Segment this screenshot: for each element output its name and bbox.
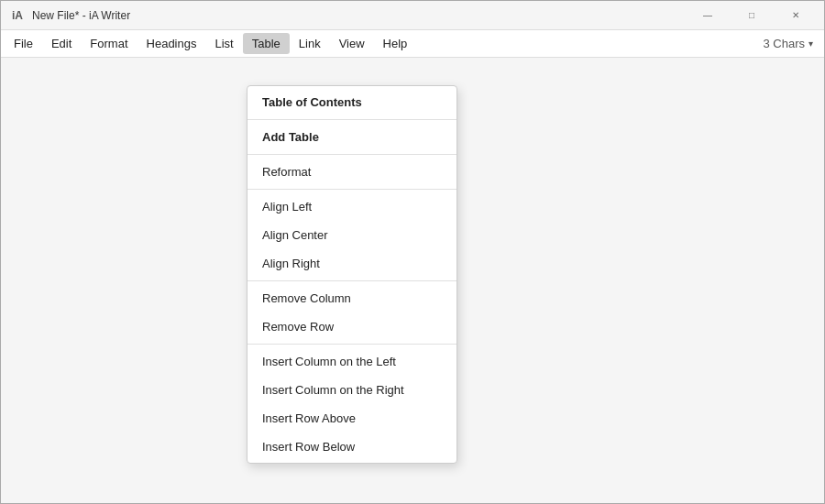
separator-5	[248, 344, 456, 345]
title-bar: iA New File* - iA Writer — □ ✕	[1, 1, 824, 30]
menu-item-format[interactable]: Format	[81, 33, 137, 54]
separator-1	[248, 119, 456, 120]
menu-insert-column-right[interactable]: Insert Column on the Right	[248, 376, 456, 404]
window-controls: — □ ✕	[687, 1, 817, 30]
menu-item-headings[interactable]: Headings	[138, 33, 206, 54]
menu-item-edit[interactable]: Edit	[42, 33, 81, 54]
content-area: Table of Contents Add Table Reformat Ali…	[1, 58, 824, 503]
app-window: iA New File* - iA Writer — □ ✕ File Edit…	[0, 0, 825, 504]
close-button[interactable]: ✕	[775, 1, 817, 30]
menu-table-of-contents[interactable]: Table of Contents	[248, 88, 456, 116]
separator-4	[248, 280, 456, 281]
menu-insert-column-left[interactable]: Insert Column on the Left	[248, 347, 456, 376]
minimize-button[interactable]: —	[687, 1, 729, 30]
menu-add-table[interactable]: Add Table	[248, 123, 456, 151]
menu-item-help[interactable]: Help	[374, 33, 417, 54]
separator-2	[248, 154, 456, 155]
menu-remove-row[interactable]: Remove Row	[248, 312, 456, 341]
window-title: New File* - iA Writer	[32, 9, 130, 22]
menu-item-view[interactable]: View	[330, 33, 374, 54]
chars-count: 3 Chars	[763, 37, 805, 50]
menu-item-file[interactable]: File	[5, 33, 42, 54]
separator-3	[248, 189, 456, 190]
menu-reformat[interactable]: Reformat	[248, 158, 456, 186]
menu-align-left[interactable]: Align Left	[248, 192, 456, 221]
menu-align-right[interactable]: Align Right	[248, 249, 456, 278]
menu-item-table[interactable]: Table	[243, 33, 290, 54]
menu-insert-row-below[interactable]: Insert Row Below	[248, 433, 456, 461]
title-bar-left: iA New File* - iA Writer	[8, 6, 130, 25]
menu-item-list[interactable]: List	[205, 33, 242, 54]
table-dropdown-menu: Table of Contents Add Table Reformat Ali…	[247, 85, 457, 464]
app-icon: iA	[8, 6, 27, 25]
menu-bar-right: 3 Chars ▾	[763, 37, 820, 50]
chars-chevron-icon: ▾	[808, 38, 813, 49]
maximize-button[interactable]: □	[731, 1, 773, 30]
menu-insert-row-above[interactable]: Insert Row Above	[248, 404, 456, 433]
menu-remove-column[interactable]: Remove Column	[248, 284, 456, 312]
menu-align-center[interactable]: Align Center	[248, 221, 456, 249]
menu-item-link[interactable]: Link	[290, 33, 330, 54]
menu-bar: File Edit Format Headings List Table Lin…	[1, 30, 824, 58]
